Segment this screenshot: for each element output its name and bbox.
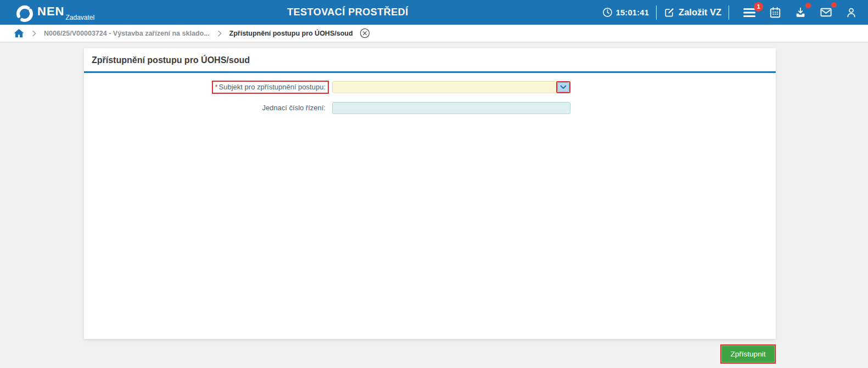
nen-logo[interactable]: NEN Zadavatel bbox=[15, 2, 94, 23]
create-vz-button[interactable]: Založit VZ bbox=[664, 7, 721, 18]
chevron-down-icon bbox=[560, 85, 567, 89]
clock-display: 15:01:41 bbox=[602, 7, 649, 18]
highlight-box-subject-label: * Subjekt pro zpřístupnění postupu: bbox=[212, 81, 329, 94]
reference-number-label: Jednací číslo řízení: bbox=[260, 103, 329, 114]
environment-title: TESTOVACÍ PROSTŘEDÍ bbox=[287, 0, 408, 25]
breadcrumb-item-current[interactable]: Zpřístupnění postupu pro ÚOHS/soud bbox=[229, 30, 353, 37]
access-form: * Subjekt pro zpřístupnění postupu: Jed bbox=[84, 81, 776, 114]
form-row-reference-number: Jednací číslo řízení: bbox=[84, 102, 776, 114]
highlight-box-submit-button: Zpřístupnit bbox=[720, 344, 776, 364]
calendar-icon bbox=[769, 7, 781, 19]
close-tab-button[interactable] bbox=[360, 28, 370, 38]
content-card: Zpřístupnění postupu pro ÚOHS/soud * Sub… bbox=[84, 48, 776, 339]
brand-subtitle: Zadavatel bbox=[65, 14, 94, 21]
user-profile-button[interactable] bbox=[845, 7, 857, 18]
reference-number-input[interactable] bbox=[332, 102, 570, 114]
messages-button[interactable] bbox=[820, 6, 832, 19]
subject-select-input[interactable] bbox=[332, 81, 570, 93]
highlight-box-dropdown-button bbox=[556, 81, 570, 93]
downloads-notification-dot bbox=[805, 3, 811, 8]
envelope-icon bbox=[820, 6, 832, 19]
top-bar: NEN Zadavatel TESTOVACÍ PROSTŘEDÍ 15:01:… bbox=[0, 0, 868, 25]
menu-notification-badge: 1 bbox=[754, 2, 763, 12]
submit-button[interactable]: Zpřístupnit bbox=[721, 346, 775, 363]
title-underline bbox=[84, 71, 776, 73]
breadcrumb-item-procedure[interactable]: N006/25/V00003724 - Výstavba zařízení na… bbox=[44, 30, 210, 37]
required-asterisk: * bbox=[215, 83, 218, 91]
clock-icon bbox=[602, 7, 613, 18]
menu-button[interactable]: 1 bbox=[743, 7, 756, 18]
create-vz-label: Založit VZ bbox=[679, 7, 721, 18]
divider bbox=[656, 5, 657, 20]
home-button[interactable] bbox=[14, 29, 24, 38]
breadcrumb: N006/25/V00003724 - Výstavba zařízení na… bbox=[0, 25, 868, 42]
topbar-actions: 15:01:41 Založit VZ 1 bbox=[602, 0, 868, 25]
subject-dropdown-button[interactable] bbox=[557, 82, 569, 92]
home-icon bbox=[14, 29, 24, 38]
messages-notification-dot bbox=[831, 2, 837, 8]
form-row-subject: * Subjekt pro zpřístupnění postupu: bbox=[84, 81, 776, 94]
brand-name: NEN bbox=[37, 5, 64, 18]
breadcrumb-separator-icon bbox=[32, 30, 36, 37]
close-icon bbox=[360, 28, 370, 38]
breadcrumb-separator-icon bbox=[217, 30, 222, 37]
page-title: Zpřístupnění postupu pro ÚOHS/soud bbox=[92, 55, 250, 65]
divider bbox=[729, 5, 729, 20]
subject-field-label: Subjekt pro zpřístupnění postupu: bbox=[219, 83, 326, 91]
clock-time: 15:01:41 bbox=[616, 8, 649, 17]
person-icon bbox=[845, 7, 857, 18]
download-tray-icon bbox=[794, 7, 807, 19]
edit-icon bbox=[664, 7, 675, 18]
calendar-button[interactable] bbox=[769, 7, 781, 19]
downloads-button[interactable] bbox=[794, 7, 807, 19]
nen-logo-icon bbox=[15, 4, 34, 23]
